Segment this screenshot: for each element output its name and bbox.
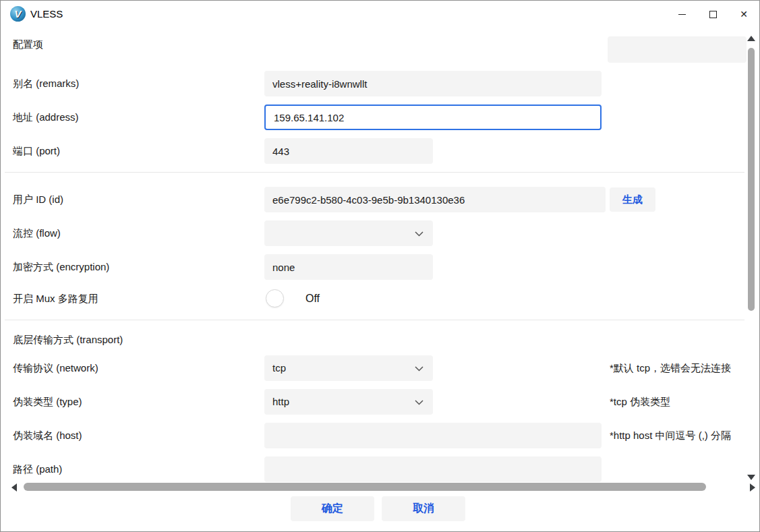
close-icon: ✕	[740, 9, 748, 19]
scroll-down-icon[interactable]	[747, 475, 755, 480]
chevron-down-icon	[415, 366, 423, 372]
user-id-input[interactable]	[264, 187, 606, 212]
path-label: 路径 (path)	[13, 456, 62, 482]
network-dropdown[interactable]: tcp	[264, 355, 433, 381]
address-input[interactable]	[264, 105, 602, 130]
address-label: 地址 (address)	[13, 105, 79, 130]
cancel-button[interactable]: 取消	[382, 496, 465, 521]
row-address: 地址 (address)	[1, 105, 759, 130]
path-input[interactable]	[264, 456, 602, 482]
host-hint: *http host 中间逗号 (,) 分隔	[610, 423, 749, 448]
port-label: 端口 (port)	[13, 138, 60, 164]
unlabeled-field[interactable]	[608, 36, 747, 63]
row-user-id: 用户 ID (id) 生成	[1, 187, 759, 212]
row-encryption: 加密方式 (encryption)	[1, 254, 759, 280]
network-hint: *默认 tcp，选错会无法连接	[610, 355, 749, 381]
row-remarks: 别名 (remarks)	[1, 71, 759, 96]
app-logo-letter: V	[14, 9, 21, 19]
user-id-label: 用户 ID (id)	[13, 187, 63, 212]
type-hint: *tcp 伪装类型	[610, 389, 749, 415]
titlebar: V VLESS ✕	[1, 1, 759, 28]
network-dropdown-value: tcp	[272, 355, 286, 381]
close-button[interactable]: ✕	[728, 1, 759, 28]
mux-label: 开启 Mux 多路复用	[13, 286, 98, 312]
encryption-input[interactable]	[264, 254, 433, 280]
generate-id-button[interactable]: 生成	[610, 187, 655, 212]
horizontal-scrollbar[interactable]	[1, 481, 746, 494]
section-divider	[5, 320, 744, 320]
row-port: 端口 (port)	[1, 138, 759, 164]
remarks-label: 别名 (remarks)	[13, 71, 79, 96]
flow-label: 流控 (flow)	[13, 220, 61, 246]
mux-state-label: Off	[305, 286, 320, 312]
section-divider	[5, 172, 744, 173]
section-heading-transport: 底层传输方式 (transport)	[13, 334, 123, 347]
type-dropdown[interactable]: http	[264, 389, 433, 415]
encryption-label: 加密方式 (encryption)	[13, 254, 109, 280]
vertical-scrollbar-thumb[interactable]	[748, 48, 755, 311]
chevron-down-icon	[415, 400, 423, 405]
row-type: 伪装类型 (type) http *tcp 伪装类型	[1, 389, 759, 415]
row-mux: 开启 Mux 多路复用 Off	[1, 286, 759, 312]
chevron-down-icon	[415, 231, 423, 237]
app-logo-icon: V	[10, 6, 26, 22]
type-dropdown-value: http	[272, 389, 289, 415]
mux-toggle[interactable]	[266, 289, 284, 307]
network-label: 传输协议 (network)	[13, 355, 98, 381]
section-heading-config: 配置项	[13, 38, 43, 51]
scroll-right-icon[interactable]	[750, 483, 755, 492]
remarks-input[interactable]	[264, 71, 602, 96]
host-label: 伪装域名 (host)	[13, 423, 82, 448]
window-title: VLESS	[30, 8, 63, 20]
row-network: 传输协议 (network) tcp *默认 tcp，选错会无法连接	[1, 355, 759, 381]
row-path: 路径 (path)	[1, 456, 759, 482]
vless-config-dialog: V VLESS ✕ 配置项 别名 (remarks) 地址 (address) …	[0, 0, 760, 532]
port-input[interactable]	[264, 138, 433, 164]
host-input[interactable]	[264, 423, 602, 448]
horizontal-scrollbar-thumb[interactable]	[24, 483, 706, 491]
minimize-icon	[678, 14, 686, 15]
maximize-icon	[709, 11, 717, 18]
row-host: 伪装域名 (host) *http host 中间逗号 (,) 分隔	[1, 423, 759, 448]
minimize-button[interactable]	[666, 1, 697, 28]
flow-dropdown[interactable]	[264, 220, 433, 246]
maximize-button[interactable]	[697, 1, 728, 28]
ok-button[interactable]: 确定	[291, 496, 374, 521]
scroll-up-icon[interactable]	[747, 36, 755, 41]
window-controls: ✕	[666, 1, 759, 28]
scroll-left-icon[interactable]	[11, 483, 17, 492]
row-flow: 流控 (flow)	[1, 220, 759, 246]
vertical-scrollbar[interactable]	[746, 33, 758, 483]
type-label: 伪装类型 (type)	[13, 389, 82, 415]
